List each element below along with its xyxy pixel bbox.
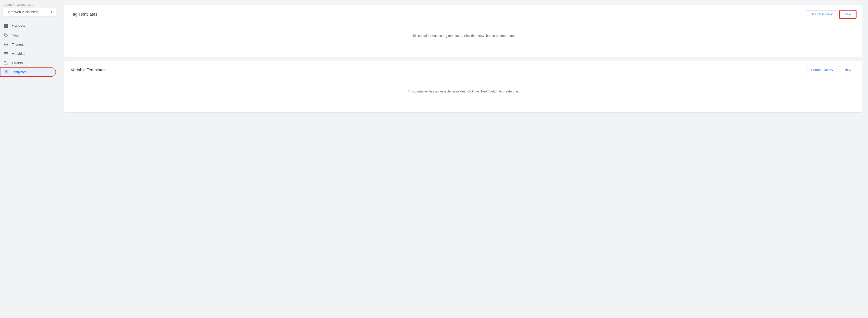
svg-rect-0 [4,24,6,26]
workspace-label: CURRENT WORKSPACE [0,4,59,7]
tag-search-gallery-button[interactable]: Search Gallery [806,10,837,18]
svg-rect-8 [4,52,8,53]
variables-icon [4,51,8,56]
tag-templates-header: Tag Templates Search Gallery New [71,10,856,19]
svg-rect-10 [4,55,8,55]
tag-templates-title: Tag Templates [71,12,97,17]
sidebar-item-templates[interactable]: Templates [0,67,56,77]
svg-rect-2 [4,26,6,28]
sidebar-item-folders-label: Folders [12,61,23,65]
variable-new-button[interactable]: New [840,66,856,74]
sidebar-item-folders[interactable]: Folders [0,58,56,67]
tag-templates-empty-message: This container has no tag templates, cli… [71,20,856,51]
sidebar-item-templates-label: Templates [12,70,27,74]
variable-templates-header: Variable Templates Search Gallery New [71,66,856,74]
tags-icon [4,33,8,38]
svg-point-4 [5,34,5,35]
sidebar: CURRENT WORKSPACE Core Web Vitals meas..… [0,0,59,318]
variable-templates-actions: Search Gallery New [806,66,856,74]
sidebar-item-tags[interactable]: Tags [0,31,56,40]
templates-icon [4,70,8,74]
svg-point-7 [6,44,6,45]
svg-rect-3 [6,26,8,28]
svg-rect-1 [6,24,8,26]
variable-templates-card: Variable Templates Search Gallery New Th… [64,61,863,112]
folders-icon [4,61,8,65]
sidebar-item-overview-label: Overview [12,24,25,28]
tag-templates-card: Tag Templates Search Gallery New This co… [64,5,863,57]
variable-templates-title: Variable Templates [71,68,105,72]
tag-templates-actions: Search Gallery New [806,10,856,19]
variable-templates-empty-message: This container has no variable templates… [71,76,856,107]
variable-search-gallery-button[interactable]: Search Gallery [806,66,838,74]
chevron-right-icon: › [51,9,52,14]
sidebar-item-overview[interactable]: Overview [0,22,56,31]
sidebar-item-variables-label: Variables [12,52,25,56]
sidebar-item-triggers[interactable]: Triggers [0,40,56,49]
tag-new-button[interactable]: New [839,10,856,19]
main-content: Tag Templates Search Gallery New This co… [59,0,868,318]
svg-rect-9 [4,54,8,54]
triggers-icon [4,42,8,47]
workspace-selector[interactable]: Core Web Vitals meas... › [3,7,56,16]
sidebar-item-tags-label: Tags [12,34,19,37]
sidebar-item-variables[interactable]: Variables [0,49,56,58]
overview-icon [4,24,8,29]
sidebar-item-triggers-label: Triggers [12,43,24,46]
workspace-name: Core Web Vitals meas... [6,10,41,14]
